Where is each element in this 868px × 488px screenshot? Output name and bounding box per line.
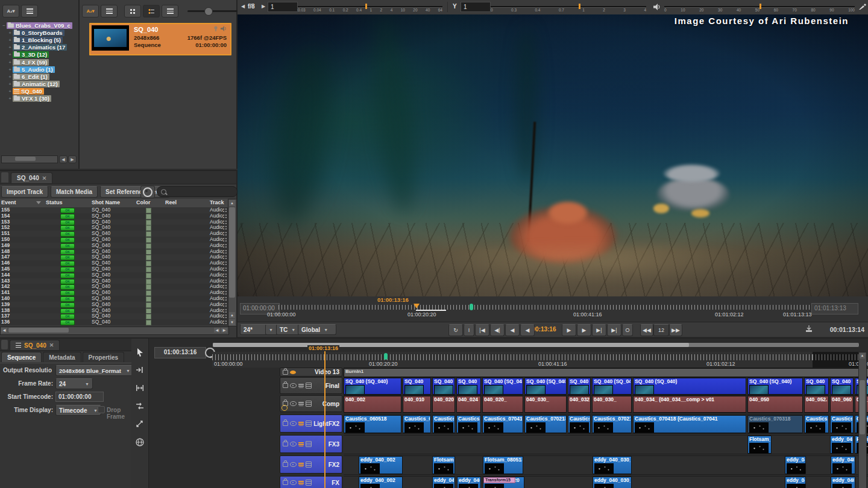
clip-eddy-040-0[interactable]: eddy_040_0 bbox=[457, 477, 481, 488]
clip-flotsam-0[interactable]: Flotsam_0 bbox=[747, 436, 772, 454]
expand-icon[interactable]: + bbox=[7, 67, 13, 72]
row-grip-icon[interactable] bbox=[223, 238, 227, 242]
row-grip-icon[interactable] bbox=[223, 297, 227, 301]
color-chip[interactable] bbox=[146, 220, 151, 225]
clip-caustics-060518[interactable]: Caustics_060518 bbox=[344, 415, 401, 433]
clip-040-010[interactable]: 040_010 bbox=[403, 396, 431, 413]
table-row[interactable]: 139OKSQ_040Audio bbox=[0, 302, 219, 308]
table-row[interactable]: 136OKSQ_040Audio bbox=[0, 319, 219, 325]
close-icon[interactable]: ✕ bbox=[49, 342, 54, 348]
sheet-vscrollbar[interactable]: ▲ ▲ ▼ bbox=[228, 199, 237, 327]
clip-caustics-[interactable]: Caustics_( bbox=[830, 415, 854, 433]
track-header-video-13[interactable]: Video 13 bbox=[280, 368, 342, 377]
filter-icon[interactable] bbox=[36, 201, 41, 204]
tree-item-6-edit-1-[interactable]: +6_Edit (1) bbox=[1, 73, 77, 80]
project-hscrollbar[interactable] bbox=[1, 155, 58, 163]
clip-caustics-0[interactable]: Caustics_0 bbox=[432, 415, 455, 433]
track-header-fx3[interactable]: FX3 bbox=[280, 435, 342, 453]
clip-040-030-[interactable]: 040_030_ bbox=[592, 396, 632, 413]
clip-040-060[interactable]: 040_060 bbox=[830, 396, 854, 413]
color-chip[interactable] bbox=[146, 296, 151, 302]
clip-sq-040[interactable]: SQ_040 bbox=[830, 378, 854, 395]
speaker-icon[interactable] bbox=[653, 4, 661, 10]
clip-eddy-040-[interactable]: eddy_040_ bbox=[831, 477, 855, 488]
clip-040-050[interactable]: 040_050 bbox=[747, 396, 803, 413]
expand-icon[interactable]: + bbox=[7, 74, 13, 80]
clip-sq-040-sq-040-[interactable]: SQ_040 (SQ_040) bbox=[524, 378, 567, 395]
row-grip-icon[interactable] bbox=[223, 273, 227, 277]
clip-sq-040-sq-040-[interactable]: SQ_040 (SQ_040) bbox=[482, 378, 523, 395]
expand-icon[interactable]: + bbox=[7, 96, 13, 101]
import-track-button[interactable]: Import Track bbox=[1, 186, 48, 198]
prev-edit-button[interactable]: ◀| bbox=[490, 324, 505, 336]
track-header-fx2[interactable]: FX2 bbox=[280, 455, 342, 474]
row-grip-icon[interactable] bbox=[223, 308, 227, 313]
clip-eddy-040[interactable]: eddy_040 bbox=[830, 436, 854, 454]
clip-sq-040[interactable]: SQ_040 bbox=[403, 378, 431, 395]
sort-az-icon[interactable]: Az▾ bbox=[82, 5, 99, 17]
visibility-icon[interactable] bbox=[290, 383, 297, 388]
tree-item-animatic-12-[interactable]: +Animatic (12) bbox=[1, 81, 77, 88]
track-lane-fx2[interactable]: eddy_040_002Flotsam_08Flotsam_080518eddy… bbox=[344, 455, 868, 475]
clip-caustics-06[interactable]: Caustics_06 bbox=[456, 415, 481, 433]
track-lane-lightfx2[interactable]: Caustics_060518Caustics_0704Caustics_0Ca… bbox=[344, 414, 868, 434]
frame-rate-dropdown[interactable]: 24▼ bbox=[55, 378, 93, 389]
clip-eddy-040-020[interactable]: eddy_040_020Transform15 bbox=[483, 477, 524, 488]
clip-caustics-0[interactable]: Caustics_0 bbox=[568, 415, 591, 433]
blend-icon[interactable] bbox=[306, 401, 312, 407]
tree-item-4-fx-59-[interactable]: +4_FX (59) bbox=[1, 58, 77, 66]
lock-icon[interactable] bbox=[283, 480, 288, 485]
color-chip[interactable] bbox=[146, 308, 151, 314]
tree-item-2-animatics-17[interactable]: +2_Animatics (17 bbox=[1, 44, 77, 51]
column-header-reel[interactable]: Reel bbox=[165, 199, 177, 207]
move-tool-icon[interactable] bbox=[135, 365, 145, 375]
timeline-vscrollbar[interactable]: ▲ bbox=[858, 352, 867, 488]
row-grip-icon[interactable] bbox=[223, 285, 227, 289]
clip-eddy-04[interactable]: eddy_04 bbox=[785, 477, 806, 488]
expand-icon[interactable]: + bbox=[7, 37, 13, 43]
clip-caustics-070418-caustics-07041[interactable]: Caustics_070418 (Caustics_07041 bbox=[633, 415, 746, 433]
row-grip-icon[interactable] bbox=[223, 321, 227, 325]
row-grip-icon[interactable] bbox=[223, 261, 227, 266]
tab-sq040-sequence[interactable]: SQ_040 ✕ bbox=[10, 340, 60, 350]
roll-tool-icon[interactable] bbox=[135, 419, 145, 429]
sort-order-icon[interactable] bbox=[101, 5, 118, 17]
clip-burnin1[interactable]: BurnIn1 bbox=[344, 368, 868, 377]
tree-item-0-storyboards[interactable]: +0_StoryBoards bbox=[1, 29, 77, 36]
track-header-final[interactable]: Final bbox=[280, 377, 342, 394]
visibility-icon[interactable] bbox=[290, 421, 297, 426]
clip-040-032-[interactable]: 040_032_ bbox=[568, 396, 591, 413]
lock-icon[interactable] bbox=[283, 370, 288, 375]
table-row[interactable]: 149OKSQ_040Audio bbox=[0, 243, 219, 249]
blend-icon[interactable] bbox=[306, 421, 312, 427]
column-header-track[interactable]: Track bbox=[210, 199, 224, 207]
timeline-marker[interactable] bbox=[384, 353, 388, 360]
play-backwards-button[interactable]: ◀ bbox=[520, 324, 535, 336]
color-chip[interactable] bbox=[146, 279, 151, 284]
row-grip-icon[interactable] bbox=[223, 249, 227, 254]
tree-item-3-3d-12-[interactable]: +3_3D (12) bbox=[1, 51, 77, 58]
blend-icon[interactable] bbox=[306, 383, 312, 389]
clip-040-020-[interactable]: 040_020_ bbox=[482, 396, 523, 413]
column-header-status[interactable]: Status bbox=[46, 199, 63, 207]
row-grip-icon[interactable] bbox=[223, 267, 227, 272]
clip-sq-040-sq-040-[interactable]: SQ_040 (SQ_040) bbox=[633, 378, 746, 395]
color-chip[interactable] bbox=[146, 284, 151, 290]
color-chip[interactable] bbox=[146, 302, 151, 308]
view-grid-icon[interactable] bbox=[124, 5, 141, 17]
row-grip-icon[interactable] bbox=[223, 226, 227, 230]
gamma-value-input[interactable]: 1 bbox=[461, 2, 491, 12]
track-lane-final[interactable]: SQ_040 (SQ_040)SQ_040SQ_040SQ_040SQ_040 … bbox=[344, 377, 868, 395]
clip-sq-040[interactable]: SQ_040 bbox=[456, 378, 481, 395]
track-header-fx[interactable]: FX bbox=[280, 476, 342, 488]
color-chip[interactable] bbox=[146, 320, 151, 325]
clip-040-030-[interactable]: 040_030_ bbox=[524, 396, 567, 413]
view-list-icon[interactable] bbox=[162, 5, 178, 17]
media-stack-icon[interactable] bbox=[298, 462, 304, 467]
color-chip[interactable] bbox=[146, 273, 151, 278]
tab-stub[interactable] bbox=[1, 340, 8, 349]
color-chip[interactable] bbox=[146, 231, 151, 237]
color-chip[interactable] bbox=[146, 237, 151, 243]
playback-speed-value[interactable]: 12 bbox=[653, 324, 669, 336]
visibility-icon[interactable] bbox=[290, 442, 297, 446]
